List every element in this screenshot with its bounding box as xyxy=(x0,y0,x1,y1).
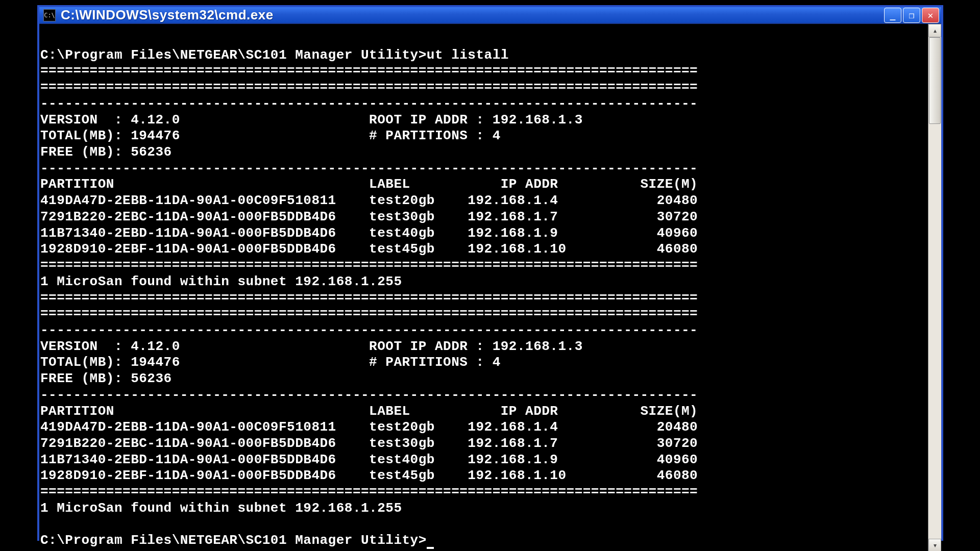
scroll-track[interactable] xyxy=(928,37,941,539)
scroll-up-button[interactable]: ▴ xyxy=(928,24,941,37)
minimize-button[interactable]: _ xyxy=(884,8,901,23)
window-titlebar[interactable]: C:\ C:\WINDOWS\system32\cmd.exe _ ❐ ✕ xyxy=(39,7,941,23)
scroll-thumb[interactable] xyxy=(929,37,941,124)
cmd-icon: C:\ xyxy=(43,9,56,21)
window-title: C:\WINDOWS\system32\cmd.exe xyxy=(61,7,884,23)
maximize-button[interactable]: ❐ xyxy=(903,8,920,23)
command-prompt-window: C:\ C:\WINDOWS\system32\cmd.exe _ ❐ ✕ C:… xyxy=(37,5,943,541)
vertical-scrollbar[interactable]: ▴ ▾ xyxy=(928,24,941,551)
text-cursor xyxy=(427,539,434,549)
scroll-down-button[interactable]: ▾ xyxy=(928,539,941,551)
window-controls: _ ❐ ✕ xyxy=(884,8,939,23)
window-client-area: C:\Program Files\NETGEAR\SC101 Manager U… xyxy=(39,23,941,551)
console-output[interactable]: C:\Program Files\NETGEAR\SC101 Manager U… xyxy=(39,24,928,551)
close-button[interactable]: ✕ xyxy=(922,8,939,23)
